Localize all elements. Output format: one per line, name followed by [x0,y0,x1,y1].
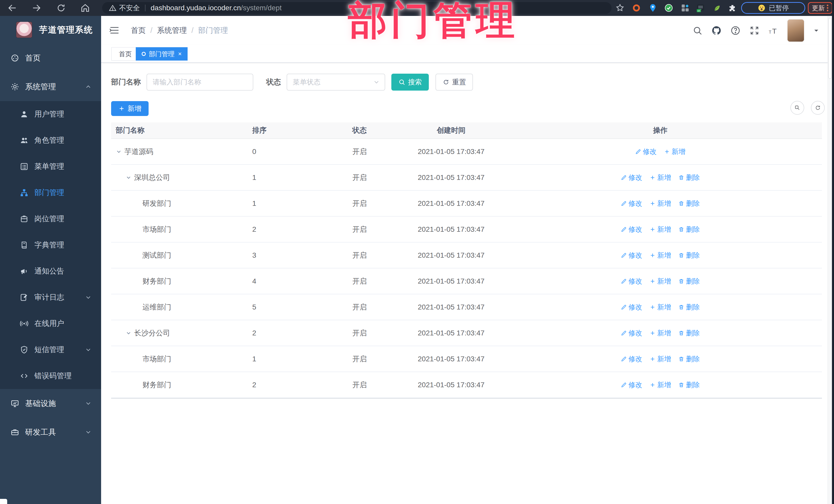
sidebar-item-audit-log[interactable]: 审计日志 [0,284,101,310]
sidebar-item-post[interactable]: 岗位管理 [0,206,101,232]
back-icon[interactable] [7,3,18,13]
breadcrumb-system[interactable]: 系统管理 [157,25,187,36]
add-link[interactable]: 新增 [650,328,671,338]
edit-link[interactable]: 修改 [621,380,642,390]
sidebar-item-user[interactable]: 用户管理 [0,101,101,127]
sidebar-item-infra[interactable]: 基础设施 [0,389,101,418]
extension-green-check-icon[interactable] [664,3,673,13]
edit-link[interactable]: 修改 [621,173,642,182]
expand-caret-icon[interactable] [126,330,132,336]
sidebar-item-dev-tools[interactable]: 研发工具 [0,418,101,446]
status-select[interactable]: 菜单状态 [287,74,385,91]
sidebar-item-menu[interactable]: 菜单管理 [0,153,101,180]
delete-link[interactable]: 删除 [678,173,700,182]
app-logo-row[interactable]: 芋道管理系统 [0,16,101,44]
extension-list-on-icon[interactable]: on [696,3,705,13]
edit-link[interactable]: 修改 [621,303,642,312]
tab-home[interactable]: 首页 [111,47,139,61]
sidebar-item-dept[interactable]: 部门管理 [0,180,101,206]
sidebar-item-home[interactable]: 首页 [0,44,101,72]
add-link[interactable]: 新增 [650,225,671,234]
toggle-search-button[interactable] [790,101,804,115]
profile-paused-pill[interactable]: 已暂停 [741,2,805,14]
column-header-created[interactable]: 创建时间 [404,126,499,135]
sidebar-item-error-code[interactable]: 错误码管理 [0,363,101,389]
column-header-sort[interactable]: 排序 [245,126,345,135]
table-row: 长沙分公司2开启2021-01-05 17:03:47修改新增删除 [111,320,822,346]
edit-link[interactable]: 修改 [621,328,642,338]
reload-icon[interactable] [56,3,66,13]
help-icon[interactable] [730,25,741,36]
delete-link[interactable]: 删除 [678,354,700,364]
font-size-icon[interactable]: TT [768,25,778,36]
expand-caret-icon[interactable] [116,149,122,155]
sidebar-item-system[interactable]: 系统管理 [0,72,101,101]
plus-icon [650,356,657,362]
avatar-caret-down-icon[interactable] [813,27,820,34]
edit-link[interactable]: 修改 [635,147,657,156]
edit-link[interactable]: 修改 [621,354,642,364]
user-avatar[interactable] [787,19,804,42]
add-dept-button[interactable]: 新增 [111,101,149,116]
bookmark-star-icon[interactable] [615,3,624,13]
sidebar-item-sms[interactable]: 短信管理 [0,337,101,363]
reset-button[interactable]: 重置 [436,74,473,91]
action-label: 删除 [686,277,700,286]
page-scrollbar[interactable] [828,16,832,504]
delete-link[interactable]: 删除 [678,277,700,286]
address-bar[interactable]: 不安全 dashboard.yudao.iocoder.cn /system/d… [102,2,612,14]
delete-link[interactable]: 删除 [678,303,700,312]
edit-link[interactable]: 修改 [621,225,642,234]
add-link[interactable]: 新增 [650,303,671,312]
edit-link[interactable]: 修改 [621,251,642,260]
search-button[interactable]: 搜索 [391,74,429,91]
delete-link[interactable]: 删除 [678,251,700,260]
created-time-cell: 2021-01-05 17:03:47 [404,251,499,259]
trash-icon [678,252,686,258]
add-link[interactable]: 新增 [650,173,671,182]
extension-grid-icon[interactable] [681,3,690,13]
edit-link[interactable]: 修改 [621,199,642,208]
sidebar-item-role[interactable]: 角色管理 [0,127,101,153]
add-link[interactable]: 新增 [650,380,671,390]
column-header-status[interactable]: 状态 [345,126,404,135]
add-link[interactable]: 新增 [650,277,671,286]
extension-orange-ring-icon[interactable] [632,3,641,13]
scrollbar-thumb[interactable] [828,18,832,79]
delete-link[interactable]: 删除 [678,199,700,208]
action-label: 修改 [629,251,642,260]
chrome-update-button[interactable]: 更新 [808,2,832,14]
breadcrumb-home[interactable]: 首页 [131,25,146,36]
column-header-name[interactable]: 部门名称 [111,126,245,135]
browser-menu-icon[interactable] [827,5,828,11]
edit-link[interactable]: 修改 [621,277,642,286]
sidebar-item-dict[interactable]: 字典管理 [0,232,101,258]
add-link[interactable]: 新增 [650,199,671,208]
home-icon[interactable] [80,3,90,13]
trash-icon [678,330,686,336]
refresh-table-button[interactable] [811,101,825,115]
hamburger-icon[interactable] [109,25,120,36]
forward-icon[interactable] [31,3,42,13]
add-link[interactable]: 新增 [650,251,671,260]
tab-dept-active[interactable]: 部门管理 × [136,47,188,61]
github-icon[interactable] [711,25,722,36]
delete-link[interactable]: 删除 [678,380,700,390]
tab-close-icon[interactable]: × [178,50,182,58]
sidebar-item-notice[interactable]: 通知公告 [0,258,101,284]
security-label[interactable]: 不安全 [119,3,140,13]
search-icon[interactable] [692,25,703,36]
add-link[interactable]: 新增 [664,147,685,156]
extensions-puzzle-icon[interactable] [728,3,737,13]
extension-leaf-icon[interactable] [712,3,722,13]
sidebar-item-label: 角色管理 [35,135,64,146]
sidebar-item-online-user[interactable]: 在线用户 [0,310,101,337]
delete-link[interactable]: 删除 [678,328,700,338]
dept-name-input[interactable] [147,74,253,91]
expand-caret-icon[interactable] [126,175,132,181]
add-link[interactable]: 新增 [650,354,671,364]
extension-map-pin-icon[interactable] [648,3,657,13]
fullscreen-icon[interactable] [749,25,760,36]
status-cell: 开启 [345,147,404,156]
delete-link[interactable]: 删除 [678,225,700,234]
